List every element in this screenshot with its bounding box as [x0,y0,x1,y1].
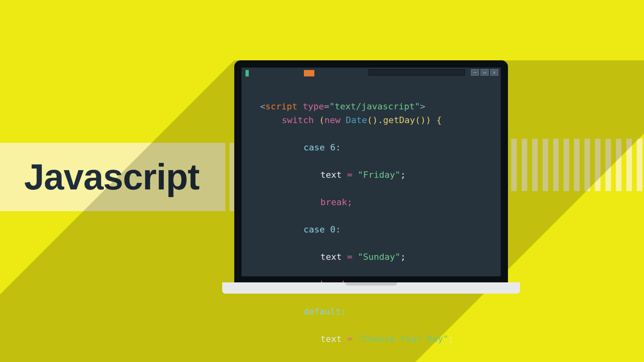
code-token: = [324,101,329,111]
code-token [297,101,303,111]
code-token: default: [303,306,346,317]
code-token: ().getDay()) { [367,115,442,125]
code-token: type [303,101,324,111]
editor-topbar: — ▭ x [242,68,501,78]
maximize-button[interactable]: ▭ [481,69,489,76]
code-token: ; [448,334,454,344]
laptop-screen: — ▭ x <script type="text/javascript"> sw… [234,60,508,284]
code-token: script [265,101,297,111]
code-token: = [347,334,358,344]
code-token: case 6: [303,142,341,152]
code-token: < [260,101,265,111]
code-token: "Choose Your Day" [358,334,448,344]
code-token: "Friday" [358,170,400,180]
code-block: <script type="text/javascript"> switch (… [260,86,454,362]
code-token: > [420,101,425,111]
laptop-notch [345,282,397,286]
code-token: case 0: [303,224,341,234]
code-token: "text/javascript" [329,101,420,111]
indicator-orange-icon [304,70,314,76]
laptop-base [222,282,520,294]
code-token: switch [282,115,314,125]
window-controls: — ▭ x [471,69,498,76]
laptop: — ▭ x <script type="text/javascript"> sw… [234,60,508,294]
code-token: = [347,252,358,262]
code-token: text [320,334,347,344]
code-editor: — ▭ x <script type="text/javascript"> sw… [242,68,501,276]
code-token: Date [341,115,367,125]
indicator-green-icon [246,70,249,76]
close-button[interactable]: x [490,69,498,76]
address-bar[interactable] [368,69,465,76]
code-token: text [320,170,347,180]
code-token: ; [400,252,406,262]
code-token: ( [314,115,324,125]
code-token: ; [400,170,406,180]
code-token: = [347,170,358,180]
code-token: new [324,115,341,125]
code-token: "Sunday" [358,252,400,262]
minimize-button[interactable]: — [471,69,479,76]
code-token: break; [320,197,352,207]
code-token: text [320,252,347,262]
